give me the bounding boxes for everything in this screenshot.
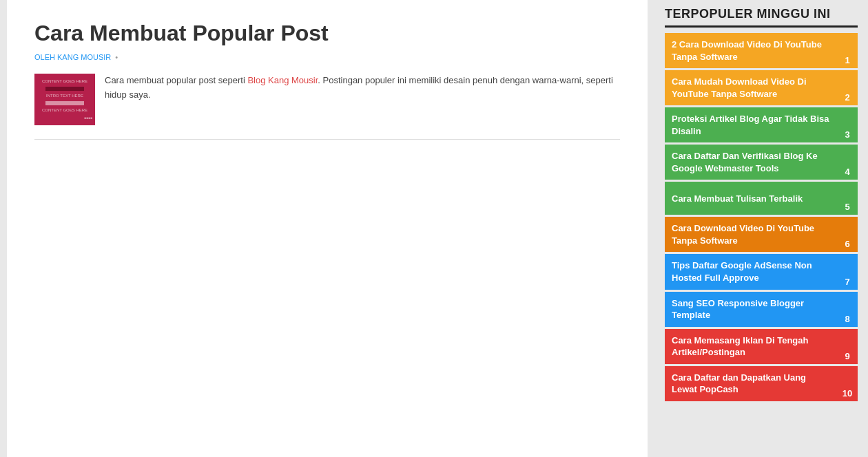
popular-list-item[interactable]: Tips Daftar Google AdSense Non Hosted Fu…	[665, 254, 858, 289]
popular-item-label: Tips Daftar Google AdSense Non Hosted Fu…	[665, 254, 837, 289]
popular-item-label: Cara Mudah Download Video Di YouTube Tan…	[665, 70, 837, 105]
post-link[interactable]: Blog Kang Mousir	[247, 75, 318, 85]
popular-list-item[interactable]: 2 Cara Download Video Di YouTube Tanpa S…	[665, 33, 858, 68]
meta-dot: •	[115, 53, 118, 61]
post-title: Cara Membuat Popular Post	[34, 21, 620, 46]
popular-item-number: 7	[837, 254, 858, 289]
popular-list-item[interactable]: Cara Memasang Iklan Di Tengah Artikel/Po…	[665, 329, 858, 364]
main-content: Cara Membuat Popular Post OLEH KANG MOUS…	[7, 0, 648, 457]
popular-item-number: 10	[837, 366, 858, 401]
popular-item-label: Sang SEO Responsive Blogger Template	[665, 292, 837, 327]
popular-item-label: Cara Membuat Tulisan Terbalik	[665, 182, 837, 215]
thumb-label-bot: CONTENT GOES HERE	[37, 108, 92, 112]
popular-item-label: Cara Daftar Dan Verifikasi Blog Ke Googl…	[665, 145, 837, 180]
popular-item-number: 5	[837, 182, 858, 215]
post-thumbnail: CONTENT GOES HERE INTRO TEXT HERE CONTEN…	[34, 74, 95, 125]
popular-item-label: Cara Memasang Iklan Di Tengah Artikel/Po…	[665, 329, 837, 364]
popular-item-number: 3	[837, 107, 858, 142]
popular-list-item[interactable]: Proteksi Artikel Blog Agar Tidak Bisa Di…	[665, 107, 858, 142]
popular-list-item[interactable]: Cara Mudah Download Video Di YouTube Tan…	[665, 70, 858, 105]
sidebar-title: TERPOPULER MINGGU INI	[665, 7, 858, 28]
popular-item-number: 1	[837, 33, 858, 68]
popular-item-label: Cara Download Video Di YouTube Tanpa Sof…	[665, 217, 837, 252]
popular-item-label: Cara Daftar dan Dapatkan Uang Lewat PopC…	[665, 366, 837, 401]
popular-item-number: 6	[837, 217, 858, 252]
thumb-decoration-2	[45, 101, 84, 105]
author-label[interactable]: OLEH KANG MOUSIR	[34, 53, 111, 61]
divider	[34, 139, 620, 140]
post-meta: OLEH KANG MOUSIR •	[34, 53, 620, 61]
popular-item-number: 4	[837, 145, 858, 180]
thumb-bottom: ■■■■	[84, 116, 92, 120]
popular-list-item[interactable]: Cara Daftar dan Dapatkan Uang Lewat PopC…	[665, 366, 858, 401]
popular-list-item[interactable]: Cara Download Video Di YouTube Tanpa Sof…	[665, 217, 858, 252]
popular-item-number: 8	[837, 292, 858, 327]
popular-item-label: Proteksi Artikel Blog Agar Tidak Bisa Di…	[665, 107, 837, 142]
page-wrapper: Cara Membuat Popular Post OLEH KANG MOUS…	[0, 0, 868, 457]
post-text: Cara membuat popular post seperti Blog K…	[105, 74, 620, 125]
popular-item-number: 2	[837, 70, 858, 105]
thumb-decoration-1	[45, 87, 84, 91]
popular-list-item[interactable]: Sang SEO Responsive Blogger Template8	[665, 292, 858, 327]
sidebar: TERPOPULER MINGGU INI 2 Cara Download Vi…	[654, 0, 868, 457]
thumb-label-mid: INTRO TEXT HERE	[37, 94, 92, 98]
popular-list: 2 Cara Download Video Di YouTube Tanpa S…	[665, 33, 858, 401]
post-body: CONTENT GOES HERE INTRO TEXT HERE CONTEN…	[34, 74, 620, 125]
popular-item-label: 2 Cara Download Video Di YouTube Tanpa S…	[665, 33, 837, 68]
popular-item-number: 9	[837, 329, 858, 364]
popular-list-item[interactable]: Cara Daftar Dan Verifikasi Blog Ke Googl…	[665, 145, 858, 180]
popular-list-item[interactable]: Cara Membuat Tulisan Terbalik5	[665, 182, 858, 215]
thumb-label-top: CONTENT GOES HERE	[37, 79, 92, 83]
